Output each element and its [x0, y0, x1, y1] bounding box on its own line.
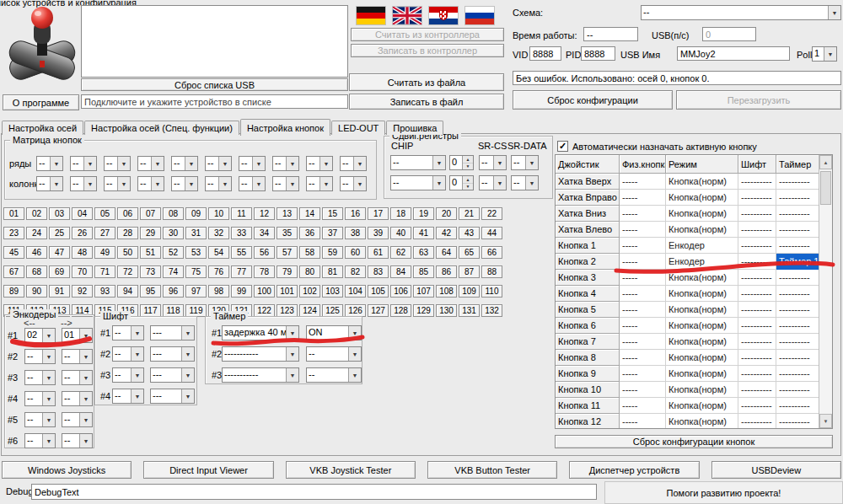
grid-button-119[interactable]: 119 [185, 304, 207, 317]
grid-button-38[interactable]: 38 [345, 227, 366, 239]
encoder-2-right-dropdown[interactable]: --▼ [62, 349, 93, 364]
shift-1-button-dropdown[interactable]: --▼ [112, 325, 144, 340]
grid-button-07[interactable]: 07 [140, 207, 161, 220]
vkb-joystick-tester-button[interactable]: VKB Joystick Tester [286, 461, 416, 479]
grid-button-124[interactable]: 124 [299, 304, 320, 317]
grid-button-45[interactable]: 45 [3, 246, 24, 259]
phys-button-cell[interactable]: ----- [620, 222, 666, 238]
timer-1-delay-dropdown[interactable]: задержка 40 мс▼ [222, 325, 299, 340]
grid-button-50[interactable]: 50 [117, 246, 138, 259]
mode-cell[interactable]: Кнопка(норм) [666, 366, 738, 382]
grid-button-68[interactable]: 68 [26, 265, 47, 278]
table-header-4[interactable]: Шифт [738, 155, 776, 174]
grid-button-44[interactable]: 44 [481, 227, 502, 239]
mode-cell[interactable]: Кнопка(норм) [666, 270, 738, 286]
row-header-cell[interactable]: Кнопка 2 [556, 254, 620, 270]
matrix-row-dropdown-8[interactable]: --▼ [272, 156, 299, 171]
matrix-col-dropdown-2[interactable]: --▼ [70, 176, 97, 191]
grid-button-80[interactable]: 80 [299, 265, 320, 278]
table-header-2[interactable]: Физ.кнопка [620, 155, 666, 174]
timer-cell[interactable]: ---------- [776, 302, 819, 318]
grid-button-31[interactable]: 31 [185, 227, 207, 239]
grid-button-46[interactable]: 46 [26, 246, 47, 259]
encoder-3-right-dropdown[interactable]: --▼ [62, 370, 93, 385]
grid-button-26[interactable]: 26 [72, 227, 93, 239]
table-header-5[interactable]: Таймер [776, 155, 819, 174]
device-manager-button[interactable]: Диспетчер устройств [569, 461, 699, 479]
grid-button-98[interactable]: 98 [208, 285, 229, 298]
shift-cell[interactable]: ---------- [738, 334, 776, 350]
matrix-col-dropdown-3[interactable]: --▼ [104, 176, 131, 191]
timer-cell[interactable]: ---------- [776, 414, 819, 429]
phys-button-cell[interactable]: ----- [620, 286, 666, 302]
grid-button-93[interactable]: 93 [94, 285, 115, 298]
matrix-row-dropdown-3[interactable]: --▼ [104, 156, 131, 171]
shift-1-mode-dropdown[interactable]: ---▼ [150, 325, 195, 340]
grid-button-66[interactable]: 66 [481, 246, 502, 259]
shift-cell[interactable]: ---------- [738, 318, 776, 334]
grid-button-71[interactable]: 71 [94, 265, 115, 278]
matrix-col-dropdown-7[interactable]: --▼ [239, 176, 266, 191]
grid-button-62[interactable]: 62 [390, 246, 411, 259]
grid-button-107[interactable]: 107 [413, 285, 434, 298]
grid-button-15[interactable]: 15 [322, 207, 343, 220]
phys-button-cell[interactable]: ----- [620, 382, 666, 398]
grid-button-14[interactable]: 14 [299, 207, 320, 220]
grid-button-69[interactable]: 69 [49, 265, 70, 278]
grid-button-39[interactable]: 39 [368, 227, 389, 239]
grid-button-11[interactable]: 11 [231, 207, 252, 220]
grid-button-73[interactable]: 73 [140, 265, 161, 278]
device-listbox[interactable] [81, 5, 348, 78]
scroll-up-icon[interactable]: ▲ [819, 155, 832, 169]
tab-1[interactable]: Настройка осей (Спец. функции) [84, 121, 239, 135]
sr-cs-dropdown-2[interactable]: --▼ [479, 175, 507, 190]
grid-button-85[interactable]: 85 [413, 265, 434, 278]
phys-button-cell[interactable]: ----- [620, 302, 666, 318]
grid-button-28[interactable]: 28 [117, 227, 138, 239]
auto-assign-checkbox[interactable]: ✓ [557, 141, 568, 152]
shift-4-mode-dropdown[interactable]: ---▼ [150, 389, 195, 404]
row-header-cell[interactable]: Кнопка 9 [556, 366, 620, 382]
grid-button-58[interactable]: 58 [299, 246, 320, 259]
grid-button-109[interactable]: 109 [459, 285, 480, 298]
mode-cell[interactable]: Кнопка(норм) [666, 398, 738, 414]
grid-button-42[interactable]: 42 [436, 227, 457, 239]
row-header-cell[interactable]: Кнопка 7 [556, 334, 620, 350]
scroll-down-icon[interactable]: ▼ [819, 414, 832, 428]
timer-cell[interactable]: ---------- [776, 382, 819, 398]
grid-button-56[interactable]: 56 [254, 246, 275, 259]
mode-cell[interactable]: Кнопка(норм) [666, 222, 738, 238]
grid-button-33[interactable]: 33 [231, 227, 252, 239]
grid-button-126[interactable]: 126 [345, 304, 366, 317]
tab-3[interactable]: LED-OUT [331, 121, 385, 135]
grid-button-25[interactable]: 25 [49, 227, 70, 239]
grid-button-49[interactable]: 49 [94, 246, 115, 259]
table-scrollbar[interactable]: ▲ ▼ [819, 155, 832, 428]
about-button[interactable]: О программе [3, 94, 79, 110]
grid-button-43[interactable]: 43 [459, 227, 480, 239]
grid-button-13[interactable]: 13 [277, 207, 298, 220]
sr-chip-dropdown-2[interactable]: --▼ [390, 175, 446, 190]
matrix-row-dropdown-5[interactable]: --▼ [171, 156, 198, 171]
shift-4-button-dropdown[interactable]: --▼ [112, 389, 144, 404]
flag-croatia[interactable] [429, 7, 458, 24]
grid-button-48[interactable]: 48 [72, 246, 93, 259]
mode-cell[interactable]: Енкодер [666, 254, 738, 270]
grid-button-96[interactable]: 96 [163, 285, 184, 298]
grid-button-76[interactable]: 76 [208, 265, 229, 278]
grid-button-127[interactable]: 127 [368, 304, 389, 317]
mode-cell[interactable]: Кнопка(норм) [666, 190, 738, 206]
grid-button-27[interactable]: 27 [94, 227, 115, 239]
shift-cell[interactable]: ---------- [738, 398, 776, 414]
grid-button-102[interactable]: 102 [299, 285, 320, 298]
row-header-cell[interactable]: Кнопка 6 [556, 318, 620, 334]
grid-button-05[interactable]: 05 [94, 207, 115, 220]
shift-cell[interactable]: ---------- [738, 206, 776, 222]
row-header-cell[interactable]: Хатка Влево [556, 222, 620, 238]
grid-button-74[interactable]: 74 [163, 265, 184, 278]
grid-button-70[interactable]: 70 [72, 265, 93, 278]
grid-button-18[interactable]: 18 [390, 207, 411, 220]
write-to-file-button[interactable]: Записать в файл [349, 94, 504, 110]
device-hint-input[interactable] [81, 94, 348, 109]
sr-count-spinner-1[interactable]: 0▲▼ [449, 155, 474, 170]
